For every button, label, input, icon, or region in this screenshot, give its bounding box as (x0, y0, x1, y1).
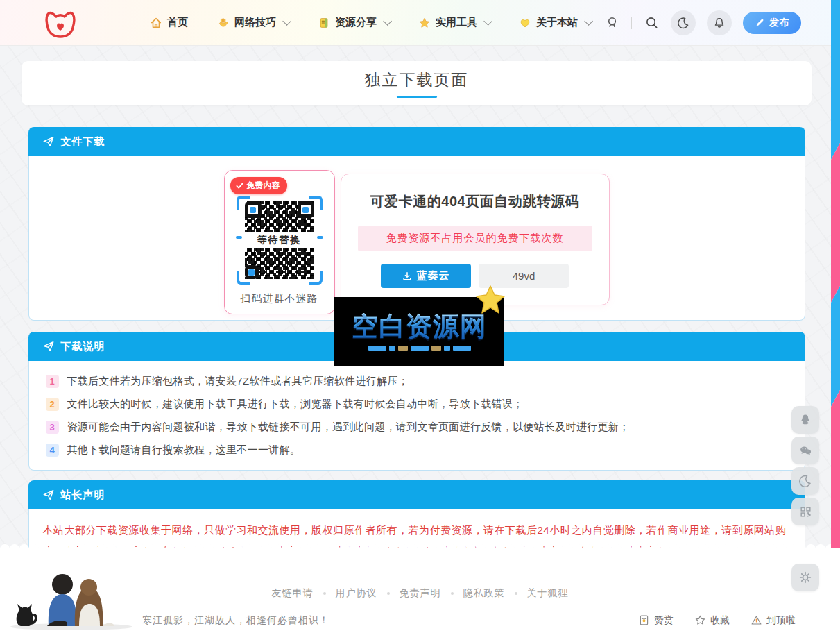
nav-item-about[interactable]: 关于本站 (519, 16, 590, 29)
download-note-4: 4 其他下载问题请自行搜索教程，这里不一一讲解。 (46, 439, 788, 462)
file-download-body: 免费内容 (28, 156, 805, 321)
qr-eye (298, 201, 314, 218)
download-note-1: 1 下载后文件若为压缩包格式，请安装7Z软件或者其它压缩软件进行解压； (46, 370, 788, 393)
page-title-card: 独立下载页面 (22, 61, 812, 106)
to-top-button[interactable]: 到顶啦 (751, 614, 796, 627)
bell-icon (713, 17, 726, 29)
nav-item-resources[interactable]: 资源分享 (318, 16, 389, 29)
qq-contact-button[interactable] (791, 406, 819, 434)
qq-icon (798, 413, 812, 427)
navbar-actions: 发布 (603, 10, 801, 35)
footer-link-friend-links[interactable]: 友链申请 (272, 587, 314, 600)
download-notes-body: 1 下载后文件若为压缩包格式，请安装7Z软件或者其它压缩软件进行解压； 2 文件… (28, 361, 805, 471)
nav-item-network-tips[interactable]: 网络技巧 (217, 16, 289, 29)
statement-header: 站长声明 (28, 480, 805, 509)
footer-actions: 赞赏 收藏 到顶啦 (638, 614, 796, 627)
pencil-icon (755, 18, 764, 27)
section-title: 下载说明 (61, 340, 105, 353)
footer: 友链申请 用户协议 免责声明 隐私政策 关于狐狸 寒江孤影，江湖故人，相逢何必曾… (0, 548, 840, 633)
page-title: 独立下载页面 (365, 69, 469, 91)
star-icon (418, 17, 431, 29)
download-icon (402, 271, 412, 281)
to-top-icon (751, 614, 762, 626)
paper-plane-icon (42, 489, 55, 501)
top-navbar: 首页 网络技巧 资源分享 实用工具 (0, 0, 840, 46)
star-icon (474, 283, 507, 316)
publish-button[interactable]: 发布 (743, 12, 801, 34)
note-number: 1 (46, 375, 59, 388)
medal-icon[interactable] (603, 15, 620, 31)
dark-mode-toggle[interactable] (671, 10, 696, 35)
chevron-down-icon (383, 17, 392, 26)
notifications-button[interactable] (707, 10, 732, 35)
section-title: 文件下载 (61, 135, 105, 149)
file-download-header: 文件下载 (28, 127, 805, 156)
file-download-section: 文件下载 免费内容 (28, 127, 805, 321)
wechat-icon (798, 444, 813, 458)
nav-label: 首页 (167, 16, 188, 29)
moon-icon (798, 474, 812, 488)
reward-button[interactable]: 赞赏 (638, 614, 674, 627)
free-resource-notice: 免费资源不占用会员的免费下载次数 (358, 226, 592, 251)
couple-cat-illustration (6, 551, 137, 632)
qr-code-icon (799, 505, 812, 518)
reward-icon (638, 614, 650, 626)
download-note-3: 3 资源可能会由于内容问题被和谐，导致下载链接不可用，遇到此问题，请到文章页面进… (46, 416, 788, 439)
main-menu: 首页 网络技巧 资源分享 实用工具 (150, 16, 590, 29)
qr-eye (245, 265, 259, 279)
right-color-strip (831, 0, 840, 548)
notebook-icon (318, 17, 330, 29)
footer-link-privacy-policy[interactable]: 隐私政策 (463, 587, 505, 600)
footer-link-disclaimer[interactable]: 免责声明 (400, 587, 441, 600)
chevron-down-icon (584, 17, 593, 26)
night-mode-button[interactable] (791, 467, 819, 495)
chevron-down-icon (483, 17, 492, 26)
home-icon (150, 17, 162, 29)
page: 首页 网络技巧 资源分享 实用工具 (0, 0, 840, 633)
site-logo[interactable] (43, 5, 83, 41)
watermark-text: 空白资源网 (352, 313, 487, 339)
lanzou-download-button[interactable]: 蓝奏云 (381, 264, 471, 288)
qr-center-text: 等待替换 (245, 232, 314, 248)
paper-plane-icon (42, 135, 55, 148)
title-underline (397, 96, 437, 98)
note-number: 2 (46, 398, 59, 411)
note-number: 3 (46, 421, 59, 434)
favorite-button[interactable]: 收藏 (694, 614, 730, 627)
paper-plane-icon (42, 340, 55, 353)
nav-label: 资源分享 (335, 16, 377, 29)
qr-eye (245, 201, 262, 218)
nav-label: 关于本站 (536, 16, 578, 29)
publish-label: 发布 (769, 17, 789, 29)
free-content-badge: 免费内容 (230, 177, 287, 194)
nav-item-home[interactable]: 首页 (150, 16, 188, 29)
moon-icon (677, 17, 689, 29)
favorite-icon (694, 614, 706, 626)
resource-title: 可爱卡通的404页面自动跳转源码 (358, 192, 592, 211)
footer-link-about-fox[interactable]: 关于狐狸 (527, 587, 569, 600)
gear-icon (798, 571, 812, 584)
qr-code: 等待替换 (237, 196, 323, 285)
settings-button[interactable] (791, 564, 819, 591)
qr-card: 免费内容 (224, 170, 335, 314)
note-number: 4 (46, 444, 59, 457)
section-title: 站长声明 (61, 489, 105, 502)
watermark-logo: 空白资源网 (334, 297, 504, 366)
wechat-contact-button[interactable] (791, 437, 819, 464)
search-icon[interactable] (643, 15, 660, 31)
download-note-2: 2 文件比较大的时候，建议使用下载工具进行下载，浏览器下载有时候会自动中断，导致… (46, 393, 788, 416)
nav-label: 实用工具 (436, 16, 477, 29)
floating-sidebar (791, 406, 819, 525)
check-icon (236, 182, 243, 189)
footer-quote: 寒江孤影，江湖故人，相逢何必曾相识！ (142, 614, 329, 627)
heart-icon (519, 17, 531, 29)
divider (631, 17, 632, 29)
qr-caption: 扫码进群不迷路 (233, 292, 326, 305)
watermark-subtitle (368, 346, 471, 351)
nav-item-tools[interactable]: 实用工具 (418, 16, 490, 29)
chevron-down-icon (282, 17, 291, 26)
qr-code-button[interactable] (791, 498, 819, 525)
nav-label: 网络技巧 (234, 16, 276, 29)
footer-link-user-agreement[interactable]: 用户协议 (336, 587, 377, 600)
hand-icon (217, 17, 230, 29)
